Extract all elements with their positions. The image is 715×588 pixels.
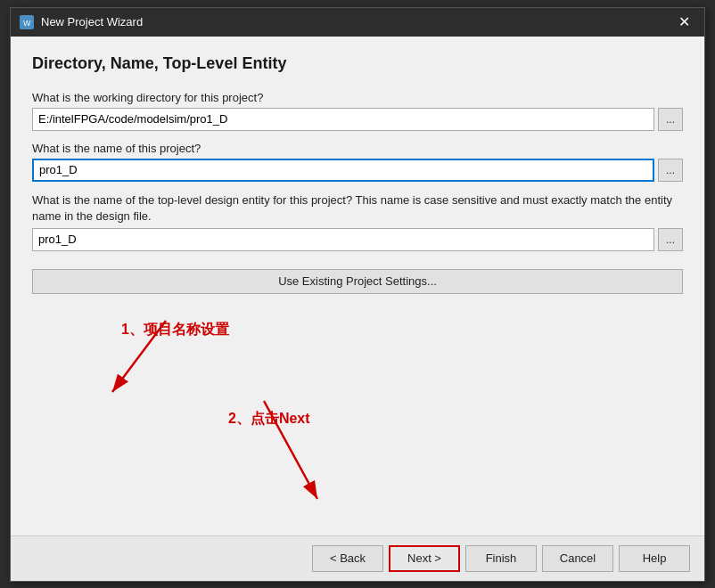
working-dir-input-row: ... xyxy=(32,108,683,131)
page-title: Directory, Name, Top-Level Entity xyxy=(32,54,683,73)
top-level-label: What is the name of the top-level design… xyxy=(32,192,683,225)
title-bar-left: W New Project Wizard xyxy=(20,15,143,29)
working-dir-browse-button[interactable]: ... xyxy=(658,108,683,131)
project-name-browse-button[interactable]: ... xyxy=(658,159,683,182)
use-existing-button[interactable]: Use Existing Project Settings... xyxy=(32,269,683,294)
close-button[interactable]: ✕ xyxy=(673,13,695,31)
project-name-group: What is the name of this project? ... xyxy=(32,142,683,182)
svg-text:W: W xyxy=(23,19,31,28)
annotation-2-text: 2、点击Next xyxy=(228,410,310,429)
title-bar: W New Project Wizard ✕ xyxy=(11,8,704,37)
cancel-button[interactable]: Cancel xyxy=(542,545,613,572)
top-level-browse-button[interactable]: ... xyxy=(658,228,683,251)
dialog-title: New Project Wizard xyxy=(41,15,143,29)
project-name-input[interactable] xyxy=(32,159,654,182)
annotation-1-text: 1、项目名称设置 xyxy=(121,321,229,339)
help-button[interactable]: Help xyxy=(619,545,690,572)
top-level-input-row: ... xyxy=(32,228,683,251)
annotation-area: 1、项目名称设置 2、点击Next xyxy=(32,294,683,518)
top-level-group: What is the name of the top-level design… xyxy=(32,192,683,251)
wizard-icon: W xyxy=(20,15,34,29)
working-dir-input[interactable] xyxy=(32,108,654,131)
project-name-input-row: ... xyxy=(32,159,683,182)
top-level-input[interactable] xyxy=(32,228,654,251)
new-project-dialog: W New Project Wizard ✕ Directory, Name, … xyxy=(10,7,705,582)
working-dir-group: What is the working directory for this p… xyxy=(32,91,683,131)
working-dir-label: What is the working directory for this p… xyxy=(32,91,683,104)
dialog-body: Directory, Name, Top-Level Entity What i… xyxy=(11,37,704,535)
project-name-label: What is the name of this project? xyxy=(32,142,683,155)
